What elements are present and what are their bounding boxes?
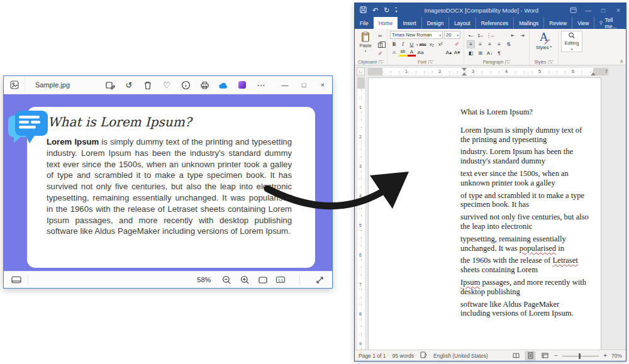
dialog-launcher-icon[interactable]: ↘ — [379, 60, 384, 64]
share-button[interactable]: Share — [623, 17, 629, 29]
zoom-in-button[interactable]: + — [603, 352, 607, 359]
tab-references[interactable]: References — [476, 17, 513, 29]
filmstrip-toggle-button[interactable] — [11, 275, 21, 285]
cut-button[interactable]: ✂ — [376, 32, 384, 40]
align-center-button[interactable]: ≡ — [476, 40, 484, 48]
chevron-down-icon[interactable]: ▾ — [416, 43, 418, 47]
hanging-indent-marker[interactable] — [462, 72, 467, 75]
tell-me-box[interactable]: Tell me... — [594, 17, 623, 29]
styles-gallery-button[interactable]: A — [532, 31, 555, 45]
doc-paragraph[interactable]: of type and scrambled it to make a type … — [460, 191, 590, 210]
tab-layout[interactable]: Layout — [448, 17, 476, 29]
fit-to-window-button[interactable] — [258, 275, 268, 285]
delete-button[interactable] — [143, 80, 153, 90]
tab-review[interactable]: Review — [543, 17, 572, 29]
photos-file-tab[interactable]: Sample.jpg — [35, 81, 70, 89]
zoom-out-button[interactable]: − — [554, 352, 558, 359]
edit-image-button[interactable] — [105, 80, 115, 90]
word-count[interactable]: 95 words — [392, 353, 414, 359]
page-indicator[interactable]: Page 1 of 1 — [359, 353, 386, 359]
tab-home[interactable]: Home — [374, 17, 398, 29]
paste-button[interactable]: Paste ▾ — [357, 31, 374, 58]
doc-paragraph[interactable]: typesetting, remaining essentially uncha… — [460, 234, 590, 253]
tab-insert[interactable]: Insert — [398, 17, 421, 29]
horizontal-ruler[interactable]: 1234567 — [368, 68, 608, 75]
undo-icon[interactable]: ↶ — [372, 7, 378, 14]
language-indicator[interactable]: English (United States) — [433, 353, 488, 359]
more-options-button[interactable]: ⋯ — [256, 80, 266, 90]
font-name-select[interactable]: Times New Roman▾ — [390, 31, 443, 39]
read-mode-button[interactable] — [511, 351, 521, 360]
tab-selector[interactable]: ∟ — [357, 67, 365, 75]
decrease-indent-button[interactable]: ⇤ — [509, 31, 517, 40]
tab-view[interactable]: View — [572, 17, 594, 29]
document-text[interactable]: What is Lorem Ipsum?Lorem Ipsum is simpl… — [460, 108, 590, 321]
maximize-button[interactable]: □ — [596, 3, 611, 17]
tab-file[interactable]: File — [355, 17, 374, 29]
font-size-select[interactable]: 20▾ — [444, 31, 460, 39]
designer-button[interactable] — [237, 80, 247, 90]
save-icon[interactable] — [360, 6, 367, 14]
rotate-icon[interactable]: ↺ — [124, 80, 134, 90]
justify-button[interactable]: ≡ — [495, 40, 503, 48]
font-color-button[interactable]: A — [408, 48, 416, 57]
doc-paragraph[interactable]: Ipsum passages, and more recently with d… — [460, 278, 590, 297]
doc-paragraph[interactable]: the 1960s with the release of Letraset s… — [460, 256, 590, 275]
collapse-ribbon-button[interactable]: ∧ — [620, 58, 623, 64]
text-effects-button[interactable]: A — [390, 48, 398, 57]
zoom-level[interactable]: 70% — [611, 353, 622, 359]
doc-paragraph[interactable]: survived not only five centuries, but al… — [460, 212, 590, 231]
zoom-slider[interactable] — [562, 351, 599, 360]
subscript-button[interactable]: x₂ — [428, 40, 436, 48]
doc-paragraph[interactable]: Lorem Ipsum is simply dummy text of the … — [460, 126, 590, 145]
print-layout-button[interactable] — [525, 351, 535, 360]
numbering-button[interactable]: 1– — [476, 31, 484, 40]
bold-button[interactable]: B — [390, 40, 398, 48]
slider-thumb[interactable] — [579, 353, 581, 359]
doc-paragraph[interactable]: software like Aldus PageMaker including … — [460, 300, 590, 319]
fullscreen-button[interactable] — [314, 275, 325, 285]
tab-mailings[interactable]: Mailings — [513, 17, 543, 29]
info-button[interactable] — [181, 80, 191, 90]
clear-formatting-button[interactable]: ✐ — [453, 40, 461, 48]
highlight-color-button[interactable]: ab — [399, 48, 407, 57]
minimize-button[interactable]: — — [276, 76, 294, 94]
bullets-button[interactable]: •– — [467, 31, 475, 40]
doc-paragraph[interactable]: text ever since the 1500s, when an unkno… — [460, 169, 590, 188]
underline-button[interactable]: U — [408, 40, 416, 48]
shading-button[interactable]: ◧ — [467, 49, 475, 57]
first-line-indent-marker[interactable] — [462, 68, 467, 71]
format-painter-button[interactable]: ✐ — [376, 50, 384, 58]
close-button[interactable]: × — [313, 76, 332, 94]
align-left-button[interactable]: ≡ — [467, 40, 475, 48]
ribbon-display-options-icon[interactable] — [565, 3, 581, 17]
dialog-launcher-icon[interactable]: ↘ — [428, 60, 433, 64]
doc-paragraph[interactable]: industry. Lorem Ipsum has been the indus… — [460, 147, 590, 166]
tab-design[interactable]: Design — [421, 17, 448, 29]
line-spacing-button[interactable]: ⇅ — [504, 40, 513, 48]
dialog-launcher-icon[interactable]: ↘ — [548, 60, 554, 64]
zoom-out-button[interactable] — [221, 275, 231, 285]
redo-icon[interactable]: ↻ — [384, 7, 389, 14]
sort-button[interactable]: A↓ — [486, 49, 494, 57]
right-indent-marker[interactable] — [591, 72, 596, 75]
print-button[interactable] — [199, 80, 209, 90]
doc-paragraph[interactable]: What is Lorem Ipsum? — [460, 108, 590, 117]
superscript-button[interactable]: x² — [437, 40, 445, 48]
web-layout-button[interactable] — [540, 351, 550, 360]
italic-button[interactable]: I — [399, 40, 407, 48]
show-formatting-button[interactable]: ¶ — [495, 49, 503, 57]
onedrive-cloud-icon[interactable] — [218, 80, 228, 90]
multilevel-list-button[interactable]: ⋮– — [486, 31, 494, 40]
close-button[interactable]: × — [611, 3, 626, 17]
borders-button[interactable]: ⊞ — [476, 49, 484, 57]
increase-indent-button[interactable]: ⇥ — [518, 31, 526, 40]
dialog-launcher-icon[interactable]: ↘ — [505, 60, 510, 64]
change-case-button[interactable]: Aa — [416, 48, 425, 57]
align-right-button[interactable]: ≡ — [486, 40, 494, 48]
minimize-button[interactable]: — — [581, 3, 596, 17]
zoom-in-button[interactable] — [240, 275, 250, 285]
proofing-status-icon[interactable] — [420, 351, 427, 360]
grow-font-button[interactable]: A▴ — [445, 48, 453, 57]
copy-button[interactable] — [376, 41, 384, 49]
